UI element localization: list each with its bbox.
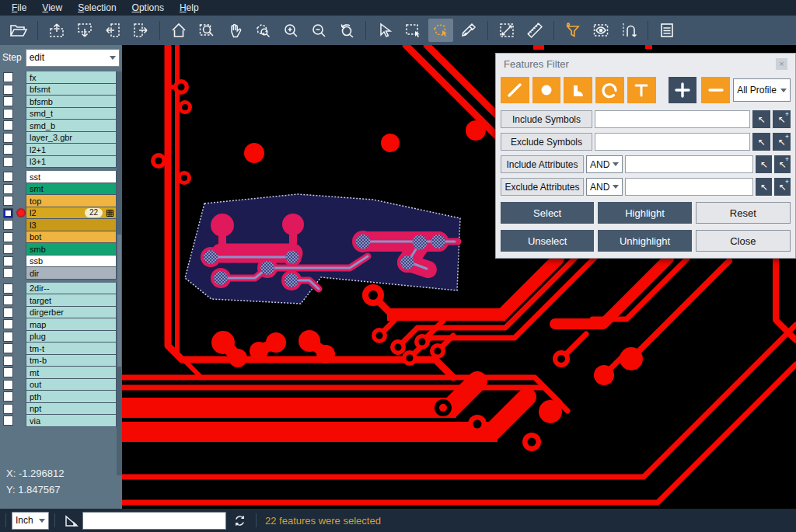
pick-attribute-button[interactable]: ↖ — [756, 155, 772, 173]
layer-row-sst[interactable]: sst — [0, 171, 117, 183]
close-button[interactable]: Close — [696, 230, 791, 252]
layer-name[interactable]: bfsmt — [26, 84, 117, 96]
layer-name[interactable]: l222 — [26, 207, 117, 220]
layer-checkbox[interactable] — [3, 120, 13, 130]
layer-checkbox[interactable] — [3, 244, 13, 254]
exclude-attributes-operator[interactable]: AND — [586, 178, 623, 196]
layer-checkbox[interactable] — [3, 172, 13, 182]
layer-name[interactable]: top — [26, 195, 117, 207]
layer-row-ssb[interactable]: ssb — [0, 256, 117, 268]
layer-checkbox[interactable] — [3, 232, 13, 242]
layer-row-map[interactable]: map — [0, 318, 117, 331]
layer-name[interactable]: smb — [26, 243, 117, 256]
layer-row-dir[interactable]: dir — [0, 267, 117, 280]
pan-down-button[interactable] — [72, 19, 97, 42]
layer-name[interactable]: target — [26, 294, 117, 307]
layer-name[interactable]: layer_3.gbr — [26, 132, 117, 144]
zoom-area-button[interactable] — [194, 19, 219, 42]
layer-row-pth[interactable]: pth — [0, 391, 117, 403]
layer-checkbox[interactable] — [3, 196, 13, 206]
filter-text-button[interactable] — [627, 77, 656, 103]
filter-lines-button[interactable] — [501, 77, 529, 103]
layer-row-top[interactable]: top — [0, 195, 117, 207]
layer-row-l2[interactable]: l222 — [0, 207, 117, 220]
pick-symbol-button[interactable]: ↖ — [752, 110, 770, 128]
pick-symbol-button[interactable]: ↖ — [752, 133, 770, 151]
layer-row-via[interactable]: via — [0, 415, 117, 427]
snap-route-button[interactable] — [616, 19, 641, 42]
step-dropdown[interactable]: edit — [26, 49, 120, 67]
pan-left-button[interactable] — [100, 19, 125, 42]
layer-name[interactable]: dirgerber — [26, 307, 117, 319]
layer-name[interactable]: npt — [26, 403, 117, 416]
layer-checkbox[interactable] — [3, 416, 13, 426]
include-attributes-operator[interactable]: AND — [586, 155, 623, 173]
add-filter-button[interactable] — [669, 77, 697, 103]
layer-row-npt[interactable]: npt — [0, 403, 117, 416]
layer-checkbox[interactable] — [3, 283, 13, 294]
layer-checkbox[interactable] — [3, 343, 13, 353]
highlight-button[interactable]: Highlight — [598, 202, 691, 224]
layer-name[interactable]: ssb — [26, 256, 117, 268]
layer-name[interactable]: l2+1 — [26, 144, 117, 156]
close-icon[interactable]: × — [776, 58, 787, 70]
menu-view[interactable]: View — [35, 1, 69, 15]
layer-name[interactable]: pth — [26, 391, 117, 403]
sync-icon[interactable] — [232, 513, 247, 528]
layer-checkbox[interactable] — [3, 256, 13, 266]
layer-checkbox[interactable] — [3, 144, 13, 155]
select-polygon-button[interactable] — [428, 19, 453, 42]
layer-row-smb[interactable]: smb — [0, 243, 117, 256]
layer-checkbox[interactable] — [3, 133, 13, 143]
menu-file[interactable]: File — [5, 1, 33, 15]
layer-checkbox[interactable] — [3, 332, 13, 342]
zoom-polygon-button[interactable] — [250, 19, 275, 42]
filter-pads-button[interactable] — [532, 77, 561, 103]
layer-name[interactable]: tm-b — [26, 355, 117, 367]
unit-dropdown[interactable]: Inch — [12, 512, 49, 530]
include-symbols-input[interactable] — [595, 110, 750, 128]
layer-name[interactable]: smt — [26, 183, 117, 196]
unselect-button[interactable]: Unselect — [501, 230, 594, 252]
layer-name[interactable]: mt — [26, 367, 117, 379]
layer-checkbox[interactable] — [3, 109, 13, 119]
layer-name[interactable]: map — [26, 318, 117, 331]
layer-checkbox[interactable] — [3, 96, 13, 106]
layer-row-l3+1[interactable]: l3+1 — [0, 156, 117, 169]
zoom-previous-button[interactable] — [334, 19, 359, 42]
layer-name[interactable]: smd_b — [26, 120, 117, 132]
layer-checkbox[interactable] — [3, 308, 13, 318]
layer-row-smd_b[interactable]: smd_b — [0, 120, 117, 132]
layer-row-bot[interactable]: bot — [0, 231, 117, 244]
clean-brush-button[interactable] — [456, 19, 481, 42]
layer-checkbox[interactable] — [3, 208, 13, 218]
exclude-symbols-button[interactable]: Exclude Symbols — [501, 133, 592, 151]
filter-arcs-button[interactable] — [595, 77, 624, 103]
include-symbols-button[interactable]: Include Symbols — [501, 110, 592, 128]
layer-name[interactable]: bot — [26, 231, 117, 244]
layer-row-smd_t[interactable]: smd_t — [0, 108, 117, 120]
layer-name[interactable]: plug — [26, 331, 117, 343]
include-attributes-button[interactable]: Include Attributes — [501, 155, 584, 173]
layer-row-fx[interactable]: fx — [0, 71, 117, 84]
exclude-attributes-button[interactable]: Exclude Attributes — [501, 178, 584, 196]
remove-filter-button[interactable] — [701, 77, 730, 103]
layer-row-plug[interactable]: plug — [0, 331, 117, 343]
layer-name[interactable]: out — [26, 379, 117, 391]
exclude-symbols-input[interactable] — [595, 133, 750, 151]
panel-list-button[interactable] — [655, 19, 679, 42]
zoom-in-button[interactable] — [278, 19, 303, 42]
layer-checkbox[interactable] — [3, 356, 13, 366]
layer-checkbox[interactable] — [3, 72, 13, 82]
open-file-button[interactable] — [6, 19, 31, 42]
menu-options[interactable]: Options — [125, 1, 171, 15]
unhighlight-button[interactable]: Unhighlight — [598, 230, 691, 252]
zoom-home-button[interactable] — [166, 19, 191, 42]
layer-checkbox[interactable] — [3, 220, 13, 230]
layer-row-smt[interactable]: smt — [0, 183, 117, 196]
layer-name[interactable]: tm-t — [26, 342, 117, 355]
dialog-title-bar[interactable]: Features Filter × — [496, 54, 795, 74]
reset-button[interactable]: Reset — [696, 202, 791, 224]
layer-row-tm-b[interactable]: tm-b — [0, 355, 117, 367]
layer-checkbox[interactable] — [3, 157, 13, 167]
